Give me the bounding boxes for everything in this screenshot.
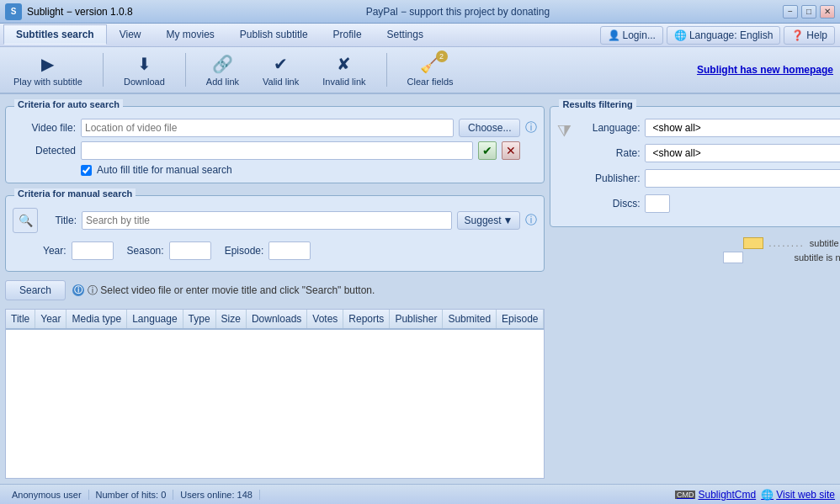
add-link-button[interactable]: 🔗 Add link — [199, 50, 246, 90]
window-controls: − □ ✕ — [783, 5, 835, 19]
legend-not-linked-text: subtitle is not linked — [794, 252, 840, 263]
play-subtitle-button[interactable]: ▶ Play with subtitle — [7, 50, 89, 90]
discs-filter-row: Discs: — [577, 194, 840, 213]
rate-filter-label: Rate: — [577, 147, 640, 159]
legend-white-box — [723, 252, 743, 263]
download-button[interactable]: ⬇ Download — [117, 50, 172, 90]
results-filtering-group: Results filtering ⧩ Language: <show all>… — [550, 106, 840, 227]
hits-status: Number of hits: 0 — [89, 490, 174, 500]
col-year: Year — [35, 310, 66, 329]
website-label: Visit web site — [776, 489, 835, 501]
legend-linked: ........ subtitle is linked — [743, 237, 840, 249]
valid-link-button[interactable]: ✔ Valid link — [256, 50, 306, 90]
maximize-button[interactable]: □ — [801, 5, 816, 19]
search-button[interactable]: Search — [5, 280, 66, 300]
legend-dots: ........ — [768, 237, 805, 249]
detected-input[interactable] — [81, 141, 473, 160]
video-file-input[interactable] — [81, 119, 454, 137]
invalid-link-button[interactable]: ✘ Invalid link — [316, 50, 372, 90]
status-right: CMD SublightCmd 🌐 Visit web site — [675, 489, 835, 501]
play-icon: ▶ — [41, 54, 54, 74]
table-header-row: Title Year Media type Language Type Size… — [6, 310, 544, 329]
app-title: Sublight − version 1.0.8 — [27, 6, 133, 18]
filter-fields: Language: <show all> ⓘ Rate: <show all> — [577, 119, 840, 220]
main-content: Criteria for auto search Video file: Cho… — [0, 94, 840, 484]
invalid-link-icon: ✘ — [337, 54, 351, 74]
rate-filter-select[interactable]: <show all> — [645, 144, 840, 162]
discs-filter-label: Discs: — [577, 198, 640, 210]
menu-bar: Subtitles search View My movies Publish … — [0, 24, 600, 47]
cancel-detected-button[interactable]: ✕ — [502, 141, 520, 160]
toolbar: ▶ Play with subtitle ⬇ Download 🔗 Add li… — [0, 47, 840, 94]
search-icon: 🔍 — [13, 208, 38, 233]
minimize-button[interactable]: − — [783, 5, 798, 19]
tab-my-movies[interactable]: My movies — [154, 24, 227, 45]
publisher-filter-input[interactable] — [645, 169, 840, 188]
suggest-button[interactable]: Suggest ▼ — [457, 211, 521, 230]
season-input[interactable] — [169, 241, 211, 260]
language-icon: 🌐 — [674, 29, 687, 41]
year-label: Year: — [43, 245, 66, 257]
filter-content: ⧩ Language: <show all> ⓘ Rate: <show all… — [557, 119, 840, 220]
col-votes: Votes — [307, 310, 343, 329]
col-title: Title — [6, 310, 35, 329]
tab-publish-subtitle[interactable]: Publish subtitle — [227, 24, 321, 45]
toolbar-buttons: ▶ Play with subtitle ⬇ Download 🔗 Add li… — [7, 50, 460, 90]
legend-linked-text: subtitle is linked — [810, 238, 840, 248]
tab-view[interactable]: View — [107, 24, 154, 45]
visit-website-link[interactable]: 🌐 Visit web site — [761, 489, 835, 501]
episode-input[interactable] — [268, 241, 311, 260]
tab-settings[interactable]: Settings — [375, 24, 436, 45]
suggest-label: Suggest — [465, 215, 502, 226]
manual-search-group: Criteria for manual search 🔍 Title: Sugg… — [5, 195, 545, 272]
valid-link-icon: ✔ — [274, 54, 288, 74]
auto-fill-label: Auto fill title for manual search — [97, 164, 232, 176]
language-filter-row: Language: <show all> ⓘ — [577, 119, 840, 137]
auto-fill-checkbox[interactable] — [81, 165, 92, 176]
clear-fields-badge: 2 — [436, 50, 448, 62]
tab-profile[interactable]: Profile — [321, 24, 375, 45]
clear-icon-wrapper: 🧹 2 — [420, 54, 441, 74]
status-left: Anonymous user Number of hits: 0 Users o… — [5, 490, 260, 500]
sublight-cmd-link[interactable]: CMD SublightCmd — [675, 489, 756, 501]
manual-search-title: Criteria for manual search — [14, 188, 136, 199]
col-episode: Episode — [497, 310, 544, 329]
choose-button[interactable]: Choose... — [459, 119, 520, 137]
confirm-button[interactable]: ✔ — [478, 141, 497, 160]
title-label: Title: — [43, 215, 77, 226]
discs-filter-input[interactable] — [645, 194, 670, 213]
year-input[interactable] — [72, 241, 114, 260]
detected-row: Detected ✔ ✕ — [13, 141, 537, 160]
toolbar-divider-2 — [185, 53, 186, 87]
language-filter-select[interactable]: <show all> — [645, 119, 840, 137]
col-submitted: Submited — [443, 310, 497, 329]
new-homepage-link[interactable]: Sublight has new homepage — [697, 64, 833, 76]
search-bar: Search ⓘ ⓘ Select video file or enter mo… — [5, 277, 545, 304]
users-online-status: Users online: 148 — [173, 490, 260, 500]
anonymous-user-status: Anonymous user — [5, 490, 89, 500]
col-language: Language — [127, 310, 183, 329]
title-input[interactable] — [82, 211, 452, 230]
language-filter-label: Language: — [577, 122, 640, 134]
col-downloads: Downloads — [246, 310, 306, 329]
close-button[interactable]: ✕ — [820, 5, 835, 19]
language-button[interactable]: 🌐 Language: English — [667, 26, 780, 45]
legend-yellow-box — [743, 237, 763, 249]
login-button[interactable]: 👤 Login... — [600, 26, 663, 45]
right-panel: Results filtering ⧩ Language: <show all>… — [550, 99, 840, 479]
tab-subtitles-search[interactable]: Subtitles search — [3, 24, 107, 45]
status-bar: Anonymous user Number of hits: 0 Users o… — [0, 484, 840, 504]
valid-link-label: Valid link — [263, 77, 299, 87]
title-bar: S Sublight − version 1.0.8 PayPal − supp… — [0, 0, 840, 24]
legend-not-linked: subtitle is not linked — [723, 252, 840, 263]
cmd-icon: CMD — [675, 491, 696, 499]
video-file-label: Video file: — [13, 122, 76, 134]
help-button[interactable]: ❓ Help — [784, 26, 835, 45]
col-type: Type — [183, 310, 215, 329]
paypal-text: PayPal − support this project by donatin… — [366, 6, 550, 18]
clear-fields-button[interactable]: 🧹 2 Clear fields — [401, 50, 460, 90]
manual-search-fields: 🔍 Title: Suggest ▼ ⓘ Year: Season: — [13, 208, 537, 264]
rate-filter-row: Rate: <show all> — [577, 144, 840, 162]
auto-fill-row: Auto fill title for manual search — [81, 164, 537, 176]
results-table: Title Year Media type Language Type Size… — [6, 310, 544, 330]
